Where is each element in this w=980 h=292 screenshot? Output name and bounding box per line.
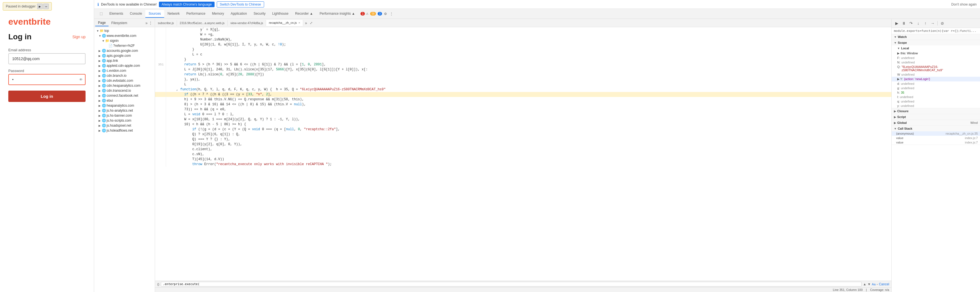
step-btn[interactable]: → xyxy=(929,20,936,27)
cloud-icon-hsadspixel: 🌐 xyxy=(102,124,106,128)
source-tabs-more[interactable]: » xyxy=(303,21,309,25)
password-wrapper: 👁 xyxy=(8,74,86,85)
more-options-button[interactable]: ⋮ xyxy=(389,11,394,17)
tab-performance[interactable]: Performance xyxy=(183,10,209,18)
source-expand[interactable]: ⤢ xyxy=(309,21,313,25)
filesystem-tab[interactable]: Filesystem xyxy=(108,20,130,26)
step-over-btn[interactable]: ↷ xyxy=(908,20,915,27)
code-line: h) + 9 >> 3 && this.V.NU() == Q.response… xyxy=(155,97,891,102)
source-tab-close[interactable]: × xyxy=(298,21,300,24)
tree-item-evbstatic[interactable]: ▶ 🌐 cdn.evbstatic.com xyxy=(94,78,155,83)
global-header[interactable]: ▶ Global Wind xyxy=(892,120,980,126)
footer-controls: ▲ ▼ Aa • Cancel xyxy=(863,282,889,286)
tree-item-heapanalytics[interactable]: ▶ 🌐 cdn.heapanalytics.com xyxy=(94,83,155,88)
tree-item-hs-analytics[interactable]: ▶ 🌐 js.hs-analytics.net xyxy=(94,108,155,113)
call-stack-item-2[interactable]: value index.js:7 xyxy=(892,140,980,145)
tab-network[interactable]: Network xyxy=(164,10,183,18)
tree-item-heapanalytics2[interactable]: ▶ 🌐 heapanalytics.com xyxy=(94,103,155,108)
dismiss-notification[interactable]: Don't show again xyxy=(951,3,977,6)
tree-item-ebui[interactable]: ▶ 🌐 ebui xyxy=(94,98,155,103)
resume-button[interactable]: ▶ xyxy=(37,3,43,9)
source-tab-view-vendor[interactable]: view-vendor.47cf4d8a.js xyxy=(228,20,266,26)
tab-lighthouse[interactable]: Lighthouse xyxy=(269,10,292,18)
cancel-button[interactable]: Cancel xyxy=(879,282,889,286)
email-input[interactable] xyxy=(8,53,86,64)
tab-memory[interactable]: Memory xyxy=(209,10,227,18)
tree-item-apis-google[interactable]: ▶ 🌐 apis.google.com xyxy=(94,53,155,58)
d-value: undefined xyxy=(901,82,914,85)
tree-item-cdnbranch[interactable]: ▶ 🌐 cdn.branch.io xyxy=(94,73,155,78)
expression-input[interactable] xyxy=(161,282,861,286)
page-tab[interactable]: Page xyxy=(95,20,108,26)
code-line: L xyxy=(155,82,891,87)
login-content: eventbrite Log in Sign up Email address … xyxy=(0,0,94,110)
cloud-icon-hs-analytics: 🌐 xyxy=(102,109,106,112)
tree-item-referrer[interactable]: 📄 ?referrer=%2F xyxy=(94,43,155,48)
tree-item-top[interactable]: ▼ 📁 top xyxy=(94,28,155,33)
tree-item-transcend[interactable]: ▶ 🌐 cdn.transcend.io xyxy=(94,88,155,93)
arrow-down-button[interactable]: ▼ xyxy=(867,282,871,286)
call-stack-item-0[interactable]: (anonymous) recaptcha__zh_cn.js:35 xyxy=(892,131,980,136)
tab-security[interactable]: Security xyxy=(250,10,269,18)
switch-devtools-button[interactable]: Switch DevTools to Chinese xyxy=(217,2,264,8)
Y-value: {action: 'newLogin'} xyxy=(904,77,930,81)
cloud-icon-applink: 🌐 xyxy=(102,59,106,62)
call-stack-header[interactable]: ▼ Call Stack xyxy=(892,126,980,131)
code-line: c.sN), xyxy=(155,152,891,157)
local-label: Local xyxy=(901,46,909,50)
script-header[interactable]: ▶ Script xyxy=(892,114,980,120)
tree-item-hsleadflows[interactable]: ▶ 🌐 js.hsleadflows.net xyxy=(94,128,155,133)
tab-sources[interactable]: Sources xyxy=(145,10,164,18)
step-out-btn[interactable]: ↑ xyxy=(922,20,929,27)
match-language-button[interactable]: Always match Chrome's language xyxy=(159,2,215,7)
deactivate-breakpoints-btn[interactable]: ⊘ xyxy=(939,20,946,27)
watch-header[interactable]: ▼ Watch xyxy=(892,34,980,40)
tree-item-hs-banner[interactable]: ▶ 🌐 js.hs-banner.com xyxy=(94,113,155,118)
source-tab-recaptcha[interactable]: recaptcha__zh_cn.js × xyxy=(266,20,303,26)
pause-btn[interactable]: ⏸ xyxy=(900,20,907,27)
debugger-right-panel: ▶ ⏸ ↷ ↓ ↑ → ⊘ module.exports=function(n)… xyxy=(891,19,980,292)
source-tab-subscribe[interactable]: subscribe.js xyxy=(155,20,177,26)
scope-Y: ▶ Y: {action: 'newLogin'} xyxy=(892,77,980,81)
tree-item-google[interactable]: ▶ 🌐 accounts.google.com xyxy=(94,48,155,53)
file-tree-more[interactable]: » xyxy=(145,21,148,25)
step-into-btn[interactable]: ↓ xyxy=(915,20,921,27)
tree-item-cevidon[interactable]: ▶ 🌐 c.evidon.com xyxy=(94,68,155,73)
tree-item-appleid[interactable]: ▶ 🌐 appleid.cdn-apple.com xyxy=(94,63,155,68)
tree-item-hs-scripts[interactable]: ▶ 🌐 js.hs-scripts.com xyxy=(94,118,155,123)
tree-item-eventbrite[interactable]: ▼ 🌐 www.eventbrite.com xyxy=(94,33,155,38)
tree-item-hsadspixel[interactable]: ▶ 🌐 js.hsadspixel.net xyxy=(94,123,155,128)
eye-icon[interactable]: 👁 xyxy=(79,78,83,82)
tree-item-applink[interactable]: ▶ 🌐 app.link xyxy=(94,58,155,63)
signup-link[interactable]: Sign up xyxy=(73,35,86,39)
scope-header[interactable]: ▼ Scope xyxy=(892,40,980,45)
file-tree-options[interactable]: ⋮ xyxy=(148,20,154,26)
debugger-controls: ▶ ⤼ xyxy=(37,3,49,9)
tree-item-facebook[interactable]: ▶ 🌐 connect.facebook.net xyxy=(94,93,155,98)
password-input[interactable] xyxy=(8,74,86,85)
tab-elements[interactable]: Elements xyxy=(106,10,127,18)
closure-header[interactable]: ▶ Closure xyxy=(892,109,980,114)
cloud-icon-google: 🌐 xyxy=(102,49,106,53)
login-button[interactable]: Log in xyxy=(8,91,86,102)
call-stack-item-1[interactable]: value index.js:7 xyxy=(892,136,980,140)
settings-button[interactable]: ⚙ xyxy=(383,11,388,17)
h-value: 35 xyxy=(901,91,904,94)
source-tab-2316[interactable]: 2316.9fccf5a1ec...a.async.web.js xyxy=(177,20,228,26)
format-label: Aa xyxy=(872,282,875,286)
file-tree-panel: Page Filesystem » ⋮ ▼ 📁 top ▼ 🌐 www.even… xyxy=(94,19,155,292)
code-line: L = c xyxy=(155,52,891,57)
step-over-button[interactable]: ⤼ xyxy=(43,3,49,9)
N-key: N: xyxy=(897,61,900,64)
tab-inspect[interactable]: ⬚ xyxy=(96,10,106,18)
code-area[interactable]: y` = X[g], W = +g, Number.isNaN(W), xyxy=(155,27,891,281)
call-stack-section: ▼ Call Stack (anonymous) recaptcha__zh_c… xyxy=(892,126,980,145)
tab-application[interactable]: Application xyxy=(227,10,250,18)
resume-btn[interactable]: ▶ xyxy=(893,20,900,27)
tree-item-signin[interactable]: ▼ 📁 signin xyxy=(94,38,155,43)
tab-recorder[interactable]: Recorder ▲ xyxy=(292,10,317,18)
tab-performance-insights[interactable]: Performance insights ▲ xyxy=(317,10,358,18)
tab-console[interactable]: Console xyxy=(127,10,145,18)
local-header[interactable]: ▼ Local xyxy=(892,45,980,51)
arrow-up-button[interactable]: ▲ xyxy=(863,282,867,286)
